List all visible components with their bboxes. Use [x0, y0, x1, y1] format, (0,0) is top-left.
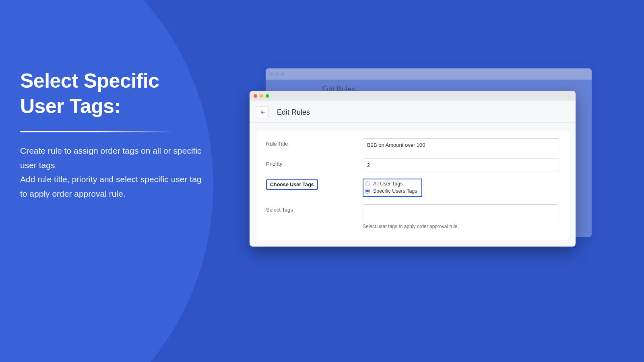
- window-titlebar: [250, 91, 576, 101]
- form-panel: Rule Title Priority Choose User Tags: [256, 129, 569, 240]
- label-rule-title: Rule Title: [266, 138, 363, 147]
- traffic-light-close-icon[interactable]: [254, 94, 257, 98]
- radio-all-user-tags[interactable]: All User Tags: [365, 180, 417, 187]
- back-button[interactable]: [257, 106, 269, 118]
- radio-specific-users-tags[interactable]: Specific Users Tags: [365, 187, 417, 195]
- divider: [20, 131, 173, 132]
- marketing-body: Create rule to assign order tags on all …: [20, 144, 205, 201]
- select-tags-helper: Select user tags to apply order approval…: [363, 224, 559, 229]
- row-priority: Priority: [266, 158, 559, 171]
- traffic-light-minimize-icon: [275, 72, 279, 76]
- edit-rules-window: Edit Rules Rule Title Priority Choose Us…: [250, 91, 576, 247]
- label-choose-user-tags: Choose User Tags: [266, 179, 318, 190]
- radio-label: All User Tags: [373, 181, 402, 187]
- select-tags-input[interactable]: [363, 204, 559, 221]
- arrow-left-icon: [260, 109, 266, 115]
- radio-label: Specific Users Tags: [373, 188, 417, 194]
- row-select-tags: Select Tags Select user tags to apply or…: [266, 204, 559, 229]
- rule-title-input[interactable]: [363, 138, 559, 151]
- user-tags-radio-group: All User Tags Specific Users Tags: [363, 179, 422, 197]
- traffic-light-zoom-icon: [281, 72, 285, 76]
- window-titlebar: [266, 68, 592, 80]
- label-priority: Priority: [266, 158, 363, 167]
- row-rule-title: Rule Title: [266, 138, 559, 151]
- radio-icon: [365, 181, 370, 186]
- label-select-tags: Select Tags: [266, 204, 363, 213]
- traffic-light-minimize-icon[interactable]: [260, 94, 263, 98]
- traffic-light-zoom-icon[interactable]: [266, 94, 269, 98]
- priority-input[interactable]: [363, 158, 559, 171]
- radio-icon: [365, 189, 370, 193]
- marketing-copy: Select Specific User Tags: Create rule t…: [20, 68, 205, 201]
- traffic-light-close-icon: [270, 72, 273, 76]
- window-title: Edit Rules: [277, 108, 310, 117]
- row-choose-user-tags: Choose User Tags All User Tags Specific …: [266, 179, 559, 197]
- marketing-title: Select Specific User Tags:: [20, 68, 205, 119]
